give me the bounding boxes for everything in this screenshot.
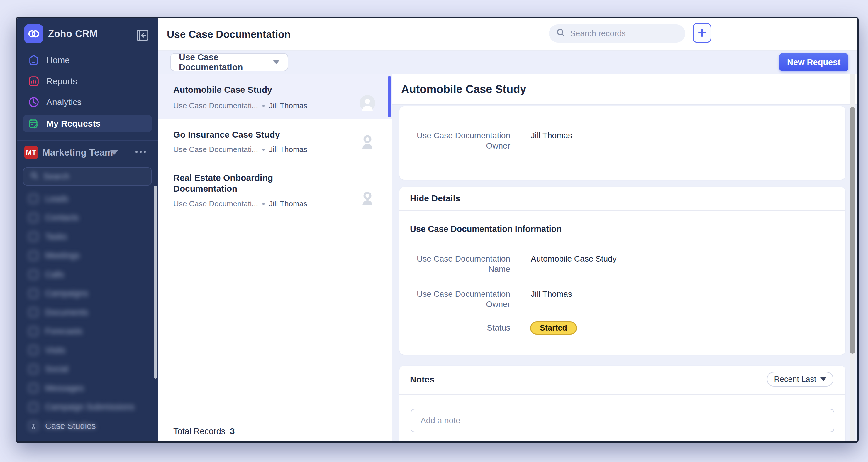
notes-sort-label: Recent Last xyxy=(774,375,816,384)
field-value: Jill Thomas xyxy=(531,289,572,299)
home-icon xyxy=(28,54,40,66)
sidebar-module-leads[interactable]: Leads xyxy=(17,189,155,208)
dot-separator xyxy=(262,105,265,107)
sidebar-item-label: Analytics xyxy=(46,97,82,107)
sidebar-item-analytics[interactable]: Analytics xyxy=(23,93,152,111)
dot-separator xyxy=(262,203,265,205)
field-label: Use Case Documentation Owner xyxy=(411,130,510,151)
new-request-button[interactable]: New Request xyxy=(779,53,848,71)
record-owner: Jill Thomas xyxy=(269,101,307,110)
sidebar-module-campaign-submissions[interactable]: Campaign Submissions xyxy=(17,398,155,417)
sidebar-collapse-icon[interactable] xyxy=(136,29,149,41)
my-requests-icon xyxy=(28,117,40,130)
module-icon xyxy=(29,194,38,203)
notes-sort-dropdown[interactable]: Recent Last xyxy=(767,372,833,386)
record-module: Use Case Documentati... xyxy=(173,199,258,208)
avatar xyxy=(360,133,375,148)
team-more-icon[interactable] xyxy=(135,151,146,153)
brand-name: Zoho CRM xyxy=(48,18,98,49)
record-owner: Jill Thomas xyxy=(269,145,307,154)
notes-title: Notes xyxy=(410,375,434,384)
sidebar-module-meetings[interactable]: Meetings xyxy=(17,246,155,265)
notes-card: Notes Recent Last xyxy=(399,366,845,443)
sidebar-module-calls[interactable]: Calls xyxy=(17,265,155,284)
list-item-real-estate-onboarding[interactable]: Real Estate Onboarding Documentation Use… xyxy=(158,162,392,219)
sidebar-module-messages[interactable]: Messages xyxy=(17,379,155,398)
search-icon xyxy=(30,171,39,182)
module-icon xyxy=(29,251,38,260)
record-title: Real Estate Onboarding Documentation xyxy=(173,172,290,194)
sidebar: Zoho CRM Home Reports xyxy=(17,18,158,441)
page-title: Use Case Documentation xyxy=(167,18,290,51)
hide-details-toggle[interactable]: Hide Details xyxy=(410,194,460,203)
module-icon xyxy=(29,327,38,336)
list-item-go-insurance-case-study[interactable]: Go Insurance Case Study Use Case Documen… xyxy=(158,119,392,162)
selected-indicator-bar xyxy=(388,76,391,117)
global-search-input[interactable]: Search records xyxy=(549,24,685,42)
section-title: Use Case Documentation Information xyxy=(410,224,562,234)
view-selector-label: Use Case Documentation xyxy=(179,52,273,72)
sidebar-item-my-requests[interactable]: My Requests xyxy=(23,115,152,133)
total-records-label: Total Records xyxy=(173,427,225,436)
team-caret-down-icon[interactable] xyxy=(110,150,118,155)
add-note-input[interactable] xyxy=(410,409,834,432)
field-value: Jill Thomas xyxy=(531,130,572,141)
field-label: Use Case Documentation Name xyxy=(411,254,510,274)
sidebar-item-reports[interactable]: Reports xyxy=(23,73,152,90)
record-module: Use Case Documentati... xyxy=(173,101,258,110)
search-icon xyxy=(556,28,565,39)
detail-title: Automobile Case Study xyxy=(401,74,526,104)
divider xyxy=(399,210,845,211)
list-item-automobile-case-study[interactable]: Automobile Case Study Use Case Documenta… xyxy=(158,74,392,119)
record-detail-panel: Automobile Case Study Use Case Documenta… xyxy=(392,74,857,441)
detail-header: Automobile Case Study xyxy=(392,74,857,105)
field-label-status: Status xyxy=(411,323,510,333)
sidebar-item-label: My Requests xyxy=(46,119,101,128)
sidebar-module-forecasts[interactable]: Forecasts xyxy=(17,322,155,341)
record-title: Go Insurance Case Study xyxy=(173,129,290,140)
reports-icon xyxy=(28,75,40,87)
record-owner: Jill Thomas xyxy=(269,199,307,208)
detail-scrollbar-thumb[interactable] xyxy=(850,107,855,354)
field-value: Automobile Case Study xyxy=(531,254,617,264)
topbar: Use Case Documentation Search records xyxy=(158,18,857,51)
chevron-down-icon xyxy=(820,377,826,381)
global-search-placeholder: Search records xyxy=(570,29,626,38)
sidebar-module-social[interactable]: Social xyxy=(17,360,155,379)
divider xyxy=(399,394,845,395)
zoho-crm-window: Zoho CRM Home Reports xyxy=(16,17,859,443)
total-records-count: 3 xyxy=(230,427,235,436)
module-icon xyxy=(29,402,38,412)
sidebar-module-campaigns[interactable]: Campaigns xyxy=(17,284,155,303)
sidebar-module-tasks[interactable]: Tasks xyxy=(17,227,155,246)
sidebar-module-documents[interactable]: Documents xyxy=(17,303,155,322)
sidebar-scrollbar[interactable] xyxy=(154,186,157,379)
module-icon xyxy=(29,383,38,393)
view-selector-dropdown[interactable]: Use Case Documentation xyxy=(170,53,288,71)
sidebar-item-label: Reports xyxy=(46,76,77,86)
sidebar-search-placeholder: Search xyxy=(43,172,69,181)
module-list-blurred: Leads Contacts Tasks Meetings Calls Camp… xyxy=(17,189,155,436)
zia-assistant-icon[interactable] xyxy=(856,18,859,51)
module-icon xyxy=(29,270,38,279)
module-icon xyxy=(29,345,38,355)
record-list-panel: Automobile Case Study Use Case Documenta… xyxy=(158,74,392,441)
brand-row: Zoho CRM xyxy=(17,18,158,53)
avatar xyxy=(360,189,375,205)
status-badge[interactable]: Started xyxy=(530,321,577,335)
analytics-icon xyxy=(28,96,40,108)
module-icon xyxy=(29,213,38,223)
module-icon xyxy=(29,308,38,317)
sidebar-module-contacts[interactable]: Contacts xyxy=(17,208,155,228)
details-card: Hide Details Use Case Documentation Info… xyxy=(399,187,845,354)
quick-create-button[interactable] xyxy=(693,23,711,43)
sidebar-module-search[interactable]: Search xyxy=(23,167,152,185)
avatar xyxy=(360,95,375,111)
team-name: Marketing Team xyxy=(42,145,113,160)
sidebar-module-visits[interactable]: Visits xyxy=(17,341,155,360)
summary-card: Use Case Documentation Owner Jill Thomas xyxy=(399,106,845,180)
dot-separator xyxy=(262,148,265,151)
team-selector[interactable]: MT Marketing Team xyxy=(17,145,158,162)
module-icon xyxy=(29,232,38,241)
sidebar-item-home[interactable]: Home xyxy=(23,51,152,69)
